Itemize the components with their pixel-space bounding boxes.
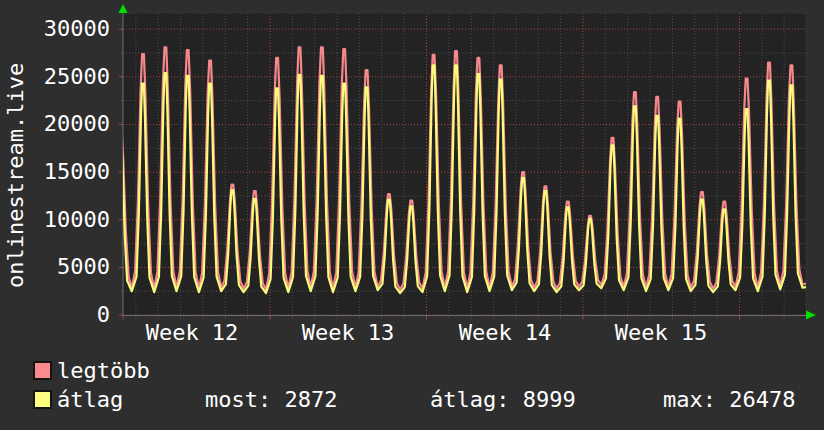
stat-atlag: átlag: 8999 — [430, 387, 576, 413]
x-tick-label: Week 12 — [112, 320, 272, 346]
legend-swatch-atlag — [33, 390, 52, 409]
y-axis-arrow-icon — [119, 4, 128, 13]
x-tick-label: Week 13 — [268, 320, 428, 346]
y-tick-label: 25000 — [0, 64, 110, 90]
y-tick-label: 0 — [0, 302, 110, 328]
y-tick-label: 30000 — [0, 16, 110, 42]
y-tick-label: 10000 — [0, 207, 110, 233]
stat-max: max: 26478 — [663, 387, 795, 413]
y-tick-label: 20000 — [0, 111, 110, 137]
x-tick-label: Week 15 — [581, 320, 741, 346]
legend-label-legtobb: legtöbb — [57, 358, 150, 384]
legend-label-atlag: átlag — [57, 387, 123, 413]
x-axis-arrow-icon — [806, 311, 816, 320]
rrd-graph: onlinestream.live 0500010000150002000025… — [0, 0, 824, 430]
y-tick-label: 15000 — [0, 159, 110, 185]
legend-swatch-legtobb — [33, 361, 52, 380]
x-tick-label: Week 14 — [425, 320, 585, 346]
y-tick-label: 5000 — [0, 254, 110, 280]
stat-most: most: 2872 — [205, 387, 337, 413]
